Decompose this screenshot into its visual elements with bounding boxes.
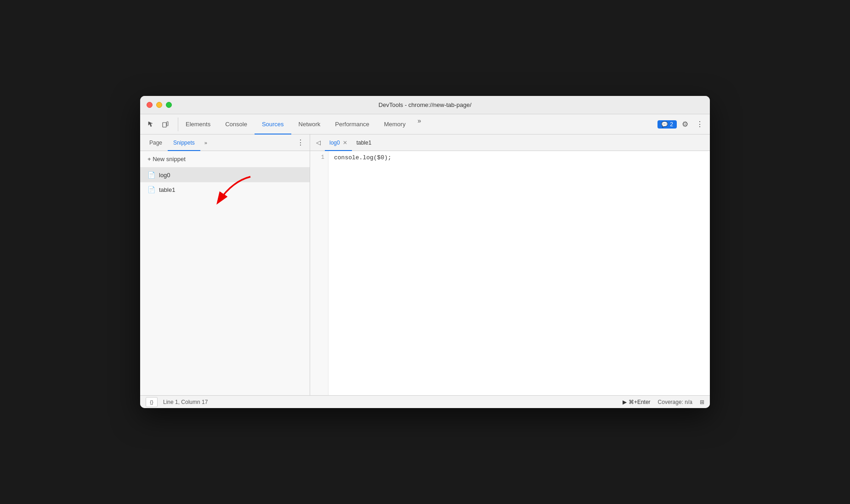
line-numbers: 1 [310,151,329,395]
toolbar-right: 💬 2 ⚙ ⋮ [654,118,706,131]
snippet-file-icon-2: 📄 [147,186,155,193]
settings-button[interactable]: ⚙ [679,118,691,131]
editor-tab-table1[interactable]: table1 [352,135,376,151]
sidebar-menu-button[interactable]: ⋮ [295,137,306,148]
tab-elements[interactable]: Elements [178,115,218,134]
layout-icon: ⊞ [700,399,704,405]
gear-icon: ⚙ [682,120,688,129]
more-options-button[interactable]: ⋮ [693,118,706,131]
editor-tabs: ◁ log0 ✕ table1 [310,134,710,151]
chat-badge[interactable]: 💬 2 [657,120,677,129]
sidebar-menu-icon: ⋮ [297,138,304,147]
code-content[interactable]: console.log($0); [329,151,710,395]
toolbar-icons [144,118,178,131]
layout-button[interactable]: ⊞ [700,399,704,405]
window-title: DevTools - chrome://new-tab-page/ [379,101,471,108]
collapse-sidebar-button[interactable]: ◁ [312,136,325,149]
editor-tab-log0[interactable]: log0 ✕ [325,135,352,151]
main-toolbar: Elements Console Sources Network Perform… [140,114,710,134]
sidebar-tabs: Page Snippets » ⋮ [140,134,310,151]
code-editor[interactable]: 1 console.log($0); [310,151,710,395]
coverage-status: Coverage: n/a [658,399,692,405]
cursor-position: Line 1, Column 17 [163,399,208,405]
close-button[interactable] [147,102,153,108]
tab-sources[interactable]: Sources [255,115,291,134]
pretty-print-button[interactable]: {} [146,397,158,407]
run-button[interactable]: ▶ ⌘+Enter [623,399,651,405]
sidebar: Page Snippets » ⋮ + New snippet 📄 log0 [140,134,310,395]
run-shortcut: ⌘+Enter [629,399,651,405]
new-snippet-button[interactable]: + New snippet [140,151,310,168]
snippet-list: 📄 log0 📄 table1 [140,168,310,395]
tab-network[interactable]: Network [291,115,328,134]
status-right: ▶ ⌘+Enter Coverage: n/a ⊞ [623,399,704,405]
more-tabs-button[interactable]: » [413,114,426,127]
line-number-1: 1 [310,153,324,162]
minimize-button[interactable] [156,102,162,108]
traffic-lights [147,102,172,108]
run-icon: ▶ [623,399,627,405]
sidebar-tab-snippets[interactable]: Snippets [168,135,200,151]
tab-performance[interactable]: Performance [328,115,376,134]
status-bar: {} Line 1, Column 17 ▶ ⌘+Enter Coverage:… [140,395,710,408]
more-dots-icon: ⋮ [696,120,703,129]
svg-rect-0 [163,123,166,127]
device-toggle-icon[interactable] [159,118,172,131]
devtools-window: DevTools - chrome://new-tab-page/ Elemen… [140,96,710,408]
status-left: {} Line 1, Column 17 [146,397,208,407]
close-tab-log0[interactable]: ✕ [343,140,347,146]
inspect-icon[interactable] [144,118,158,131]
snippet-file-icon: 📄 [147,171,155,179]
chat-icon: 💬 [661,121,668,128]
svg-rect-1 [167,122,168,126]
snippet-item-log0[interactable]: 📄 log0 [140,168,310,182]
main-tabs: Elements Console Sources Network Perform… [178,114,654,134]
tab-memory[interactable]: Memory [377,115,413,134]
main-content: Page Snippets » ⋮ + New snippet 📄 log0 [140,134,710,395]
sidebar-tab-page[interactable]: Page [144,135,168,151]
maximize-button[interactable] [166,102,172,108]
tab-console[interactable]: Console [218,115,255,134]
editor-area: ◁ log0 ✕ table1 1 console. [310,134,710,395]
code-line-1: console.log($0); [334,153,704,162]
title-bar: DevTools - chrome://new-tab-page/ [140,96,710,114]
sidebar-more-tabs-button[interactable]: » [200,137,211,148]
snippet-item-table1[interactable]: 📄 table1 [140,182,310,197]
